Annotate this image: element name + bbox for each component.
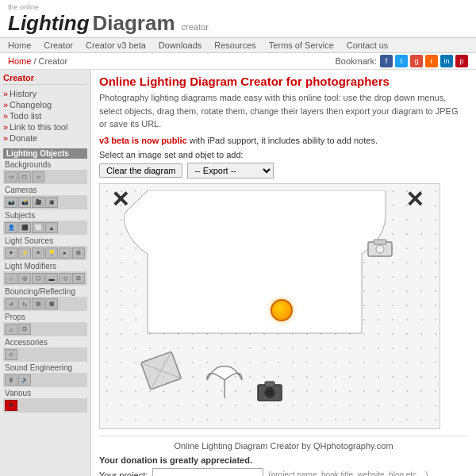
content-area: Online Lighting Diagram Creator for phot… xyxy=(91,70,476,476)
snd-icon-1[interactable]: 🎙 xyxy=(5,374,17,386)
sidebar-link-donate[interactable]: Donate xyxy=(3,132,87,144)
clear-button[interactable]: Clear the diagram xyxy=(99,163,182,178)
nav-contact[interactable]: Contact us xyxy=(347,40,389,50)
sidebar-subjects-label: Subjects xyxy=(5,211,87,220)
sidebar-various-label: Various xyxy=(5,389,87,397)
project-label: Your project: xyxy=(99,470,148,477)
footer-by: by QHphotography.com xyxy=(301,441,393,451)
sidebar-sound-label: Sound Engineering xyxy=(5,363,87,372)
lm-icon-2[interactable]: ◎ xyxy=(18,273,31,284)
bookmark-twitter-icon[interactable]: t xyxy=(395,55,408,67)
sidebar-link-changelog[interactable]: Changelog xyxy=(3,99,87,110)
diagram-canvas[interactable]: ✕ ✕ xyxy=(99,183,440,429)
ls-icon-2[interactable]: ⚡ xyxy=(18,248,31,259)
lm-icon-3[interactable]: ⬡ xyxy=(32,273,44,284)
snd-icon-2[interactable]: 🔊 xyxy=(18,374,31,386)
v3-bold: v3 beta is now public xyxy=(99,136,187,145)
bookmark-pinterest-icon[interactable]: p xyxy=(455,55,468,67)
acc-icon-1[interactable]: ⊹ xyxy=(5,349,17,360)
light-source-object[interactable] xyxy=(271,299,293,321)
bg-icon-1[interactable]: ▭ xyxy=(5,171,17,182)
sidebar-section-lighting-title: Lighting Objects xyxy=(3,148,87,159)
sidebar-lightmod-label: Light Modifiers xyxy=(5,262,87,271)
bookmark-linkedin-icon[interactable]: in xyxy=(440,55,453,67)
ls-icon-4[interactable]: 💡 xyxy=(45,248,58,259)
cam-icon-4[interactable]: ▣ xyxy=(45,197,58,208)
subj-icon-3[interactable]: ⬜ xyxy=(32,222,44,233)
br-icon-2[interactable]: ◺ xyxy=(18,298,31,309)
prop-icon-1[interactable]: ⌂ xyxy=(5,324,17,335)
nav-downloads[interactable]: Downloads xyxy=(159,40,202,50)
export-select[interactable]: -- Export -- Export as JPEG Save as URL xyxy=(187,163,274,178)
footer-text: Online Lighting Diagram Creator xyxy=(174,441,299,451)
sidebar-bg-label: Backgrounds xyxy=(5,160,87,169)
bookmark-reddit-icon[interactable]: r xyxy=(425,55,438,67)
donation-section: Your donation is greatly appreciated. Yo… xyxy=(99,455,468,477)
sidebar-lightsrc-label: Light Sources xyxy=(5,236,87,245)
project-hint: (project name, book title, website, blog… xyxy=(268,470,428,476)
sidebar-section-lighting: Lighting Objects Backgrounds ▭ ◻ ▱ Camer… xyxy=(3,148,87,413)
topbar: Home / Creator Bookmark: f t g r in p xyxy=(0,53,476,70)
br-icon-1[interactable]: ⊿ xyxy=(5,298,17,309)
lighting-label: Lighting xyxy=(8,11,90,36)
ls-icon-5[interactable]: ▸ xyxy=(59,248,71,259)
ls-icon-6[interactable]: ⊞ xyxy=(72,248,85,259)
lm-icon-6[interactable]: ⊟ xyxy=(72,273,85,284)
page-description: Photography lighting diagrams made easy … xyxy=(99,91,468,131)
softbox-object[interactable] xyxy=(139,349,184,393)
lm-icon-1[interactable]: ○ xyxy=(5,273,17,284)
sidebar-lightmod-grid: ○ ◎ ⬡ ▬ ◇ ⊟ xyxy=(3,271,87,286)
svg-rect-8 xyxy=(265,382,274,387)
the-online-label: the online xyxy=(8,3,209,11)
sidebar-various-grid: ✖ xyxy=(3,398,87,413)
content-footer: Online Lighting Diagram Creator by QHpho… xyxy=(99,436,468,451)
light-stand-right: ✕ xyxy=(405,189,424,211)
cam-icon-3[interactable]: 🎥 xyxy=(32,197,44,208)
subj-icon-1[interactable]: 👤 xyxy=(5,222,17,233)
br-icon-4[interactable]: ▦ xyxy=(45,298,58,309)
lm-icon-5[interactable]: ◇ xyxy=(59,273,71,284)
breadcrumb: Home / Creator xyxy=(8,56,67,66)
bookmark-google-icon[interactable]: g xyxy=(410,55,423,67)
nav-home[interactable]: Home xyxy=(8,40,31,50)
nav-tos[interactable]: Terms of Service xyxy=(269,40,334,50)
sidebar-creator-title: Creator xyxy=(3,73,87,85)
donation-text: Your donation is greatly appreciated. xyxy=(99,455,468,465)
umbrella-object[interactable] xyxy=(203,359,247,405)
v3-rest: with iPad support, it includes ability t… xyxy=(190,136,378,145)
prop-icon-2[interactable]: ⊡ xyxy=(18,324,31,335)
sidebar-link-history[interactable]: History xyxy=(3,88,87,99)
svg-point-11 xyxy=(269,392,271,393)
sidebar-bounce-label: Bouncing/Reflecting xyxy=(5,287,87,296)
br-icon-3[interactable]: ▤ xyxy=(32,298,44,309)
sidebar-link-link[interactable]: Link to this tool xyxy=(3,121,87,132)
sidebar: Creator History Changelog Todo list Link… xyxy=(0,70,91,476)
strobe-object[interactable] xyxy=(364,236,396,266)
sidebar-props-grid: ⌂ ⊡ xyxy=(3,322,87,336)
var-icon-1[interactable]: ✖ xyxy=(5,400,17,411)
sidebar-lightsrc-grid: ✦ ⚡ ☀ 💡 ▸ ⊞ xyxy=(3,246,87,260)
project-input[interactable] xyxy=(152,468,263,477)
nav-creator-v3[interactable]: Creator v3 beta xyxy=(86,40,146,50)
subj-icon-2[interactable]: ⬛ xyxy=(18,222,31,233)
cam-icon-1[interactable]: 📷 xyxy=(5,197,17,208)
bookmark-facebook-icon[interactable]: f xyxy=(380,55,393,67)
cam-icon-2[interactable]: 📸 xyxy=(18,197,31,208)
breadcrumb-home[interactable]: Home xyxy=(8,56,31,66)
select-label: Select an image set and objet to add: xyxy=(99,150,468,159)
ls-icon-3[interactable]: ☀ xyxy=(32,248,44,259)
camera-object[interactable] xyxy=(255,377,285,405)
sidebar-acc-label: Accessories xyxy=(5,338,87,347)
ls-icon-1[interactable]: ✦ xyxy=(5,248,17,259)
bg-icon-3[interactable]: ▱ xyxy=(32,171,44,182)
sidebar-subjects-grid: 👤 ⬛ ⬜ ▲ xyxy=(3,221,87,235)
nav-creator[interactable]: Creator xyxy=(44,40,73,50)
lm-icon-4[interactable]: ▬ xyxy=(45,273,58,284)
sidebar-acc-grid: ⊹ xyxy=(3,347,87,362)
subj-icon-4[interactable]: ▲ xyxy=(45,222,58,233)
sidebar-link-todo[interactable]: Todo list xyxy=(3,110,87,121)
nav-resources[interactable]: Resources xyxy=(214,40,256,50)
v3-notice: v3 beta is now public with iPad support,… xyxy=(99,136,468,145)
bg-icon-2[interactable]: ◻ xyxy=(18,171,31,182)
navbar: Home Creator Creator v3 beta Downloads R… xyxy=(0,38,476,53)
